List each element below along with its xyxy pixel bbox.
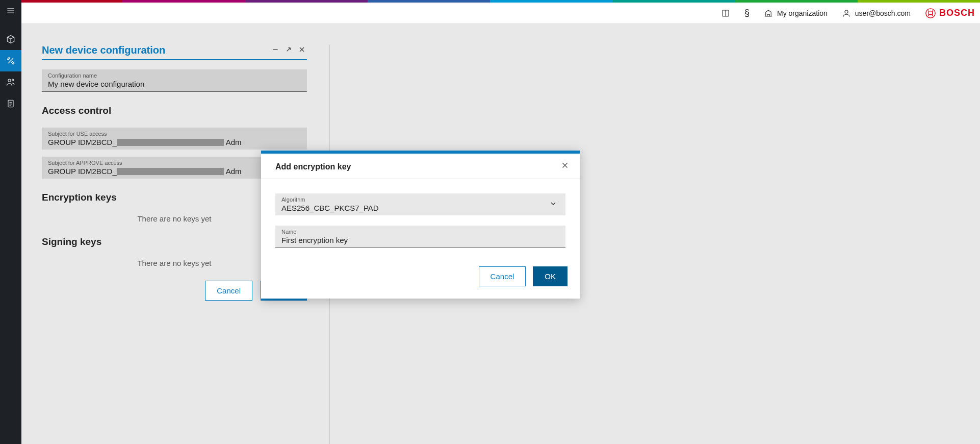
svg-point-2 <box>845 10 848 13</box>
tools-icon <box>6 56 16 66</box>
cube-icon <box>6 34 16 44</box>
subject-use-label: Subject for USE access <box>48 131 301 137</box>
sidebar-item-tools[interactable] <box>0 50 21 71</box>
close-icon <box>560 161 570 170</box>
user-label: user@bosch.com <box>855 9 911 17</box>
sidebar-item-package[interactable] <box>0 29 21 50</box>
brand-logo: BOSCH <box>925 8 975 19</box>
subject-approve-suffix: Adm <box>226 167 242 176</box>
top-color-strip <box>0 0 980 3</box>
modal-close-icon[interactable] <box>560 161 570 172</box>
bosch-icon <box>925 8 936 19</box>
user-icon <box>842 9 851 18</box>
algorithm-label: Algorithm <box>281 196 559 203</box>
algorithm-select[interactable]: Algorithm AES256_CBC_PKCS7_PAD <box>275 193 565 215</box>
organization-label: My organization <box>777 9 828 17</box>
sidebar <box>0 0 21 444</box>
redacted-segment <box>117 168 224 175</box>
panel-close-icon[interactable] <box>298 45 306 56</box>
header-section-icon[interactable]: § <box>744 8 750 18</box>
config-name-value: My new device configuration <box>48 80 301 88</box>
panel-header: New device configuration <box>42 44 307 60</box>
chevron-down-icon <box>549 200 557 210</box>
panel-title: New device configuration <box>42 44 165 56</box>
algorithm-value: AES256_CBC_PKCS7_PAD <box>281 204 559 212</box>
building-icon <box>764 9 773 18</box>
sidebar-item-roles[interactable] <box>0 71 21 93</box>
subject-use-field[interactable]: Subject for USE access GROUP IDM2BCD_Adm <box>42 128 307 150</box>
subject-use-prefix: GROUP IDM2BCD_ <box>48 138 117 146</box>
brand-text: BOSCH <box>939 8 975 18</box>
sidebar-menu-toggle[interactable] <box>0 0 21 21</box>
panel-expand-icon[interactable] <box>285 45 293 56</box>
subject-use-value: GROUP IDM2BCD_Adm <box>48 138 301 146</box>
document-icon <box>6 98 16 109</box>
add-encryption-key-modal: Add encryption key Algorithm AES256_CBC_… <box>261 151 580 299</box>
redacted-segment <box>117 139 224 146</box>
header-bar: § My organization user@bosch.com BOSCH <box>0 3 980 24</box>
modal-title: Add encryption key <box>275 162 351 171</box>
config-name-field[interactable]: Configuration name My new device configu… <box>42 69 307 92</box>
people-icon <box>6 77 16 87</box>
access-control-heading: Access control <box>42 105 307 116</box>
key-name-field[interactable]: Name First encryption key <box>275 226 565 248</box>
config-name-label: Configuration name <box>48 72 301 79</box>
modal-ok-button[interactable]: OK <box>533 266 568 286</box>
key-name-value: First encryption key <box>281 236 559 244</box>
hamburger-icon <box>6 6 16 16</box>
key-name-label: Name <box>281 229 559 235</box>
sidebar-item-docs[interactable] <box>0 93 21 114</box>
subject-use-suffix: Adm <box>226 138 242 146</box>
cancel-button[interactable]: Cancel <box>205 281 252 301</box>
header-user[interactable]: user@bosch.com <box>842 9 911 18</box>
workspace: New device configuration Configuration n… <box>21 24 980 444</box>
modal-cancel-button[interactable]: Cancel <box>479 266 526 286</box>
subject-approve-prefix: GROUP IDM2BCD_ <box>48 167 117 176</box>
svg-point-7 <box>8 79 11 82</box>
panel-minimize-icon[interactable] <box>271 45 279 56</box>
header-organization[interactable]: My organization <box>764 9 828 18</box>
svg-point-8 <box>12 79 14 81</box>
svg-point-3 <box>926 8 935 17</box>
header-book-icon[interactable] <box>721 9 730 18</box>
